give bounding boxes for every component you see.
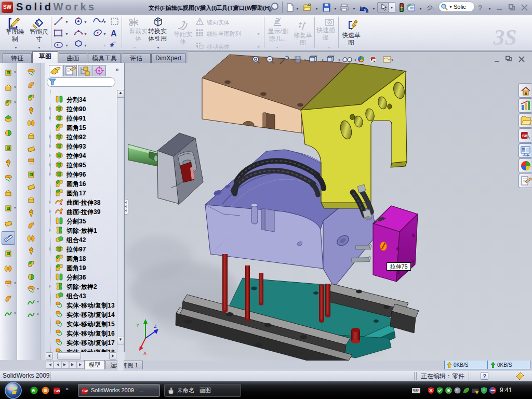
svg-text:▼: ▼	[65, 32, 69, 36]
svg-text:*: *	[110, 41, 114, 50]
svg-text:▼: ▼	[84, 32, 87, 36]
svg-text:▼: ▼	[103, 20, 107, 24]
svg-text:▼: ▼	[103, 32, 107, 36]
svg-text:▼: ▼	[103, 44, 107, 47]
svg-text:X: X	[143, 351, 147, 356]
svg-text:▼: ▼	[65, 44, 69, 47]
svg-text:A: A	[111, 29, 117, 38]
svg-text:SW: SW	[82, 389, 88, 393]
svg-text:▼: ▼	[321, 59, 324, 62]
svg-text:▼: ▼	[84, 44, 87, 47]
svg-text:▼: ▼	[354, 59, 357, 62]
svg-text:SW: SW	[55, 389, 61, 393]
svg-text:▼: ▼	[84, 20, 87, 24]
svg-text:Z: Z	[154, 324, 157, 329]
svg-text:▼: ▼	[391, 59, 394, 62]
svg-text:!: !	[475, 391, 476, 394]
svg-text:▼: ▼	[65, 20, 69, 24]
svg-text:e: e	[32, 388, 35, 393]
svg-text:▼: ▼	[303, 59, 307, 62]
svg-text:Y: Y	[136, 323, 139, 328]
svg-text:▼: ▼	[338, 59, 341, 62]
